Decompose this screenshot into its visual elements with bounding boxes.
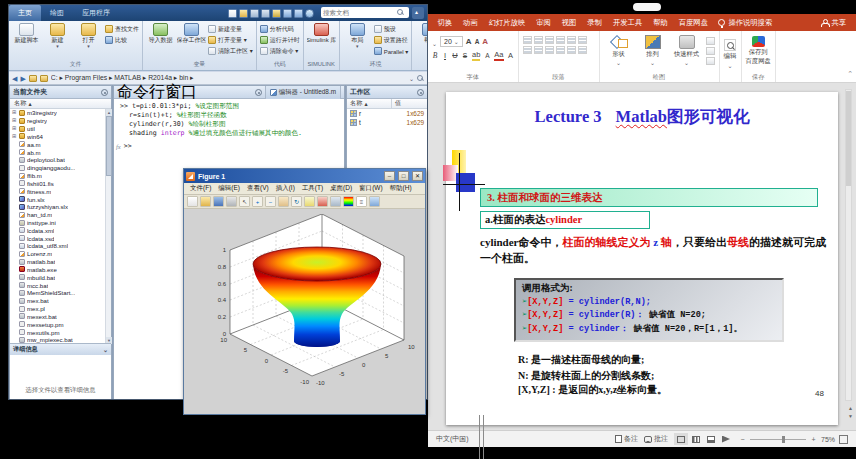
- font-style-button[interactable]: S: [462, 52, 468, 59]
- ribbon-small-button[interactable]: 清除命令 ▾: [260, 46, 300, 56]
- ppt-ribbon-tab[interactable]: 录制: [582, 18, 608, 28]
- shape-effects-icon[interactable]: [706, 57, 715, 65]
- command-prompt[interactable]: >>: [124, 142, 132, 151]
- toolbar-icon[interactable]: [330, 196, 341, 207]
- doc-search-input[interactable]: [323, 9, 397, 16]
- expand-icon[interactable]: [12, 118, 17, 123]
- details-collapse-icon[interactable]: [103, 346, 108, 353]
- ppt-ribbon-tab[interactable]: 幻灯片放映: [483, 18, 530, 28]
- ribbon-small-button[interactable]: 分析代码: [260, 24, 300, 34]
- arrange-button[interactable]: 排列: [638, 34, 668, 71]
- scrollbar-thumb[interactable]: [846, 91, 851, 186]
- file-item[interactable]: matlab.exe: [10, 266, 111, 274]
- font-style-button[interactable]: A: [508, 51, 514, 60]
- file-item[interactable]: deploytool.bat: [10, 156, 111, 164]
- ribbon-collapse-button[interactable]: [412, 7, 424, 19]
- scrollbar-thumb[interactable]: [106, 116, 112, 176]
- font-style-button[interactable]: Aa: [494, 50, 503, 61]
- shapes-button[interactable]: 形状: [604, 34, 634, 71]
- editor-tab[interactable]: 编辑器 - Untitled8.m: [265, 86, 341, 99]
- paragraph-tool-icon[interactable]: [578, 46, 587, 54]
- expand-icon[interactable]: [12, 134, 17, 139]
- figure-titlebar[interactable]: Figure 1: [184, 169, 425, 183]
- collapse-ribbon-icon[interactable]: [847, 62, 853, 80]
- font-size-combo[interactable]: 20: [440, 36, 463, 47]
- name-column-header[interactable]: 名称 ▴: [10, 99, 111, 109]
- paragraph-tool-icon[interactable]: [567, 46, 576, 54]
- quick-access-icon[interactable]: [305, 9, 314, 18]
- toolbar-icon[interactable]: [369, 196, 380, 207]
- quick-access-icon[interactable]: [239, 9, 248, 18]
- ribbon-big-button[interactable]: 保存工作区: [177, 22, 206, 60]
- quick-access-icon[interactable]: [283, 9, 292, 18]
- file-item[interactable]: han_td.m: [10, 211, 111, 219]
- forward-icon[interactable]: ▶: [20, 75, 25, 82]
- maximize-button[interactable]: [398, 171, 409, 181]
- file-item[interactable]: registry: [10, 117, 111, 125]
- menu-item[interactable]: 工具(T): [299, 184, 326, 193]
- paragraph-tool-icon[interactable]: [534, 46, 543, 54]
- shrink-font-button[interactable]: A: [475, 38, 480, 45]
- panel-menu-icon[interactable]: [417, 89, 424, 96]
- ppt-ribbon-tab[interactable]: 百度网盘: [673, 18, 713, 28]
- ppt-ribbon-tab[interactable]: 帮助: [648, 18, 674, 28]
- toolbar-icon[interactable]: [187, 196, 198, 207]
- font-style-button[interactable]: B: [432, 51, 438, 60]
- close-button[interactable]: [412, 171, 423, 181]
- quick-access-icon[interactable]: [294, 9, 303, 18]
- menu-item[interactable]: 桌面(D): [327, 184, 355, 193]
- ppt-ribbon-tab[interactable]: 切换: [432, 18, 458, 28]
- ribbon-big-button[interactable]: 导入数据: [146, 22, 175, 60]
- zoom-in-icon[interactable]: [810, 436, 817, 443]
- quick-access-icon[interactable]: [228, 9, 237, 18]
- previous-slide-icon[interactable]: [848, 405, 853, 411]
- menu-item[interactable]: 窗口(W): [356, 184, 385, 193]
- ppt-ribbon-tab[interactable]: 视图: [556, 18, 582, 28]
- ppt-ribbon-tab[interactable]: 开发工具: [607, 18, 647, 28]
- doc-search-box[interactable]: [321, 7, 409, 18]
- toolbar-icon[interactable]: [226, 196, 237, 207]
- menu-item[interactable]: 查看(V): [244, 184, 272, 193]
- file-item[interactable]: win64: [10, 132, 111, 140]
- toolbar-icon[interactable]: [200, 196, 211, 207]
- expand-icon[interactable]: [12, 110, 17, 115]
- normal-view-button[interactable]: [674, 433, 688, 445]
- slide-sorter-button[interactable]: [689, 433, 703, 445]
- font-style-button[interactable]: I: [442, 51, 448, 60]
- paragraph-tool-icon[interactable]: [534, 36, 543, 44]
- panel-menu-icon[interactable]: [101, 89, 108, 96]
- tell-me-search[interactable]: 操作说明搜索: [713, 18, 777, 28]
- reading-view-button[interactable]: [704, 433, 718, 445]
- shape-fill-icon[interactable]: [706, 37, 715, 45]
- file-item[interactable]: MemShieldStart...: [10, 289, 111, 297]
- quick-access-icon[interactable]: [250, 9, 259, 18]
- paragraph-tool-icon[interactable]: [545, 36, 554, 44]
- language-indicator[interactable]: 中文(中国): [436, 434, 469, 444]
- file-item[interactable]: lcdata.xsd: [10, 234, 111, 242]
- quick-styles-button[interactable]: 快速样式: [672, 34, 702, 71]
- toolbar-icon[interactable]: [304, 196, 315, 207]
- toolbar-icon[interactable]: [239, 196, 250, 207]
- path-dropdown-icon[interactable]: [409, 75, 414, 82]
- paragraph-tool-icon[interactable]: [556, 46, 565, 54]
- paragraph-tool-icon[interactable]: [523, 46, 532, 54]
- matlab-ribbon-tab[interactable]: 应用程序: [73, 5, 119, 21]
- fx-icon[interactable]: fx: [116, 142, 121, 151]
- toolbar-icon[interactable]: [343, 196, 354, 207]
- paragraph-tool-icon[interactable]: [545, 46, 554, 54]
- menu-item[interactable]: 编辑(E): [215, 184, 243, 193]
- file-item[interactable]: matlab.bat: [10, 258, 111, 266]
- ppt-ribbon-tab[interactable]: 动画: [458, 18, 484, 28]
- file-item[interactable]: dingqianggaodu...: [10, 164, 111, 172]
- file-item[interactable]: mexsetup.pm: [10, 320, 111, 328]
- slide-scrollbar[interactable]: [845, 89, 852, 401]
- file-item[interactable]: mexutils.pm: [10, 328, 111, 336]
- ribbon-big-button[interactable]: 帮助▾: [415, 22, 427, 60]
- ribbon-small-button[interactable]: 预设: [374, 24, 409, 34]
- back-icon[interactable]: ◀: [12, 75, 17, 82]
- browse-folder-icon[interactable]: [40, 75, 48, 82]
- ribbon-small-button[interactable]: 运行并计时: [260, 35, 300, 45]
- slideshow-button[interactable]: [719, 433, 733, 445]
- file-item[interactable]: mex.bat: [10, 297, 111, 305]
- folder-up-icon[interactable]: [29, 75, 37, 82]
